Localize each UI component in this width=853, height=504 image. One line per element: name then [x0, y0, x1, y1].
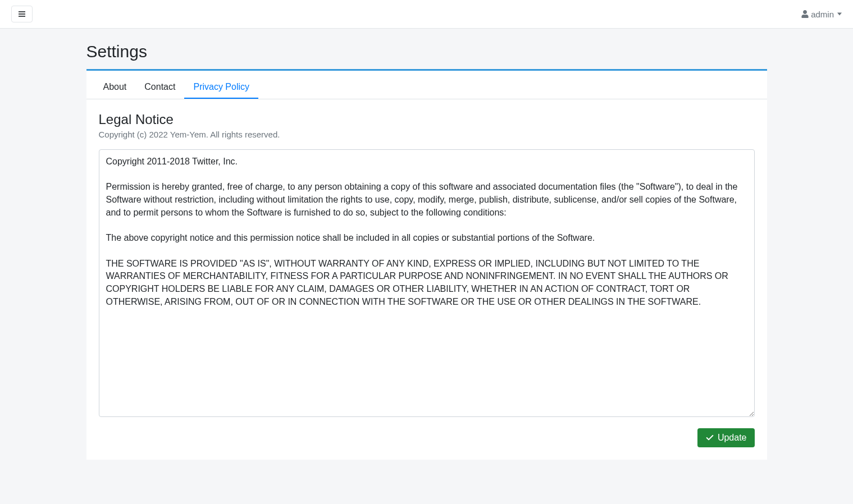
- tab-privacy-policy[interactable]: Privacy Policy: [184, 75, 258, 99]
- section-title: Legal Notice: [99, 112, 755, 127]
- user-label: admin: [811, 10, 834, 19]
- update-button-label: Update: [718, 433, 747, 443]
- user-icon: [801, 10, 809, 18]
- menu-toggle-button[interactable]: [11, 6, 33, 22]
- action-row: Update: [99, 428, 755, 447]
- legal-notice-textarea[interactable]: [99, 149, 755, 417]
- tabs-nav: About Contact Privacy Policy: [86, 75, 767, 99]
- top-navbar: admin: [0, 0, 853, 29]
- page-title: Settings: [86, 42, 767, 61]
- user-menu-dropdown[interactable]: admin: [801, 10, 842, 19]
- check-icon: [705, 433, 714, 442]
- tab-contact[interactable]: Contact: [135, 75, 184, 99]
- hamburger-icon: [17, 10, 26, 19]
- section-subtitle: Copyright (c) 2022 Yem-Yem. All rights r…: [99, 130, 755, 139]
- settings-card: About Contact Privacy Policy Legal Notic…: [86, 69, 767, 460]
- update-button[interactable]: Update: [697, 428, 755, 447]
- tab-about[interactable]: About: [94, 75, 136, 99]
- main-container: Settings About Contact Privacy Policy Le…: [56, 29, 797, 473]
- caret-down-icon: [837, 12, 842, 16]
- card-body: Legal Notice Copyright (c) 2022 Yem-Yem.…: [86, 99, 767, 460]
